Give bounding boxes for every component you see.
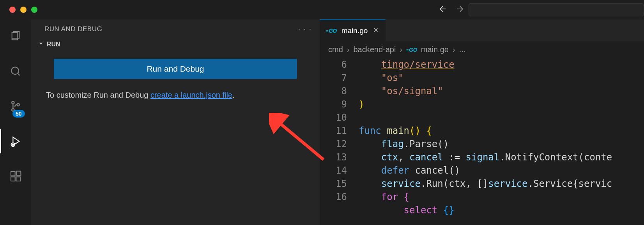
line-number: 13 — [324, 151, 359, 164]
chevron-right-icon: › — [400, 45, 402, 54]
svg-point-0 — [11, 67, 19, 74]
run-section-label: RUN — [47, 41, 60, 48]
panel-more-icon[interactable]: · · · — [298, 25, 312, 33]
nav-arrows — [438, 4, 465, 16]
svg-point-1 — [12, 101, 14, 104]
explorer-activity[interactable] — [0, 26, 31, 46]
line-number: 8 — [324, 84, 359, 98]
tab-filename: main.go — [341, 26, 368, 35]
go-file-icon: GO — [406, 47, 417, 53]
panel-title: RUN AND DEBUG — [44, 25, 102, 33]
titlebar — [0, 0, 644, 19]
svg-rect-7 — [16, 177, 20, 181]
chevron-down-icon — [37, 40, 44, 49]
editor-tabs: GO main.go — [320, 19, 644, 41]
nav-back-icon[interactable] — [438, 4, 448, 16]
svg-rect-5 — [11, 172, 15, 176]
nav-forward-icon[interactable] — [455, 4, 465, 16]
run-debug-activity[interactable] — [0, 132, 31, 151]
line-number: 10 — [324, 111, 359, 124]
window-controls — [5, 7, 37, 13]
svg-rect-6 — [11, 177, 15, 181]
source-control-activity[interactable]: 50 — [0, 97, 31, 116]
create-launch-json-link[interactable]: create a launch.json file — [150, 91, 232, 99]
run-debug-panel: RUN AND DEBUG · · · RUN Run and Debug To… — [31, 19, 320, 225]
line-number: 6 — [324, 58, 359, 71]
run-section-header[interactable]: RUN — [31, 36, 320, 53]
line-number: 12 — [324, 137, 359, 151]
extensions-activity[interactable] — [0, 167, 31, 186]
go-file-icon: GO — [326, 28, 337, 34]
panel-title-row: RUN AND DEBUG · · · — [31, 19, 320, 36]
breadcrumb-item[interactable]: cmd — [328, 45, 343, 54]
line-number: 15 — [324, 177, 359, 190]
editor-group: GO main.go cmd › backend-api › GO main.g… — [320, 19, 644, 225]
help-text: To customize Run and Debug create a laun… — [46, 91, 297, 100]
minimize-window-button[interactable] — [20, 7, 27, 13]
line-number — [324, 204, 359, 217]
breadcrumbs[interactable]: cmd › backend-api › GO main.go › ... — [320, 41, 644, 58]
close-window-button[interactable] — [9, 7, 16, 13]
help-prefix: To customize Run and Debug — [46, 91, 150, 99]
breadcrumb-item[interactable]: main.go — [421, 45, 449, 54]
maximize-window-button[interactable] — [31, 7, 37, 13]
svg-point-3 — [17, 104, 19, 106]
run-and-debug-button[interactable]: Run and Debug — [54, 59, 297, 79]
line-number: 16 — [324, 190, 359, 204]
tab-close-icon[interactable] — [372, 26, 379, 35]
scm-badge: 50 — [12, 110, 25, 118]
chevron-right-icon: › — [347, 45, 350, 54]
code-editor[interactable]: 6 tingo/service 7 "os" 8 "os/signal" 9) … — [320, 58, 644, 225]
line-number: 9 — [324, 98, 359, 111]
command-center-input[interactable] — [469, 3, 644, 16]
line-number: 11 — [324, 124, 359, 137]
breadcrumb-item[interactable]: backend-api — [353, 45, 396, 54]
line-number: 7 — [324, 71, 359, 84]
chevron-right-icon: › — [453, 45, 455, 54]
line-number: 14 — [324, 164, 359, 177]
svg-rect-8 — [16, 171, 21, 176]
run-section-body: Run and Debug To customize Run and Debug… — [31, 53, 320, 100]
help-suffix: . — [232, 91, 235, 99]
editor-tab-main-go[interactable]: GO main.go — [320, 19, 386, 41]
activity-bar: 50 — [0, 19, 31, 225]
breadcrumb-overflow[interactable]: ... — [459, 45, 466, 54]
search-activity[interactable] — [0, 62, 31, 81]
